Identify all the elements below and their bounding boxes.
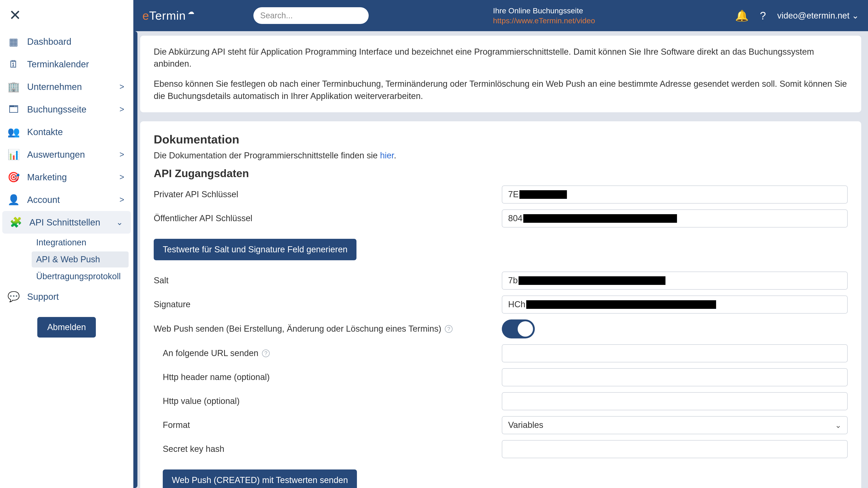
content: Die Abkürzung API steht für Application … <box>133 31 868 488</box>
webpush-toggle[interactable] <box>502 320 535 338</box>
dashboard-icon: ▦ <box>7 35 20 48</box>
signature-prefix: HCh <box>508 300 525 309</box>
generate-testvalues-button[interactable]: Testwerte für Salt und Signature Feld ge… <box>154 239 356 260</box>
row-webpush-toggle: Web Push senden (Bei Erstellung, Änderun… <box>154 320 848 338</box>
sidebar-item-label: Unternehmen <box>27 82 82 92</box>
url-field[interactable] <box>502 344 848 362</box>
secret-field[interactable] <box>502 440 848 458</box>
chevron-right-icon: > <box>117 105 126 114</box>
help-circle-icon[interactable]: ? <box>262 350 270 357</box>
sidebar-item-reports[interactable]: 📊 Auswertungen > <box>0 143 133 166</box>
search-input[interactable]: Search... <box>253 7 369 24</box>
reports-icon: 📊 <box>7 148 20 161</box>
secret-label: Secret key hash <box>163 444 502 454</box>
logout-button[interactable]: Abmelden <box>37 317 96 337</box>
marketing-icon: 🎯 <box>7 170 20 184</box>
cloud-icon: ☁ <box>188 8 195 15</box>
salt-field[interactable]: 7b <box>502 271 848 290</box>
format-value: Variables <box>508 420 544 430</box>
contacts-icon: 👥 <box>7 125 20 139</box>
chevron-down-icon: ⌄ <box>852 11 859 21</box>
webpush-label: Web Push senden (Bei Erstellung, Änderun… <box>154 324 502 334</box>
api-icon: 🧩 <box>9 216 23 229</box>
support-icon: 💬 <box>7 290 20 303</box>
intro-p1: Die Abkürzung API steht für Application … <box>154 46 848 70</box>
signature-field[interactable]: HCh <box>502 295 848 314</box>
salt-label: Salt <box>154 275 502 285</box>
subitem-integrations[interactable]: Integrationen <box>32 234 129 251</box>
row-header-value: Http value (optional) <box>154 392 848 410</box>
public-key-field[interactable]: 804 <box>502 209 848 228</box>
row-header-name: Http header name (optional) <box>154 368 848 386</box>
doc-link[interactable]: hier <box>380 151 394 160</box>
row-secret: Secret key hash <box>154 440 848 458</box>
header-value-label: Http value (optional) <box>163 396 502 406</box>
sidebar-item-calendar[interactable]: 🗓 Terminkalender <box>0 53 133 75</box>
sidebar: ✕ ▦ Dashboard 🗓 Terminkalender 🏢 Unterne… <box>0 0 133 488</box>
sidebar-item-bookingpage[interactable]: 🗔 Buchungsseite > <box>0 98 133 121</box>
row-signature: Signature HCh <box>154 295 848 314</box>
send-webpush-button[interactable]: Web Push (CREATED) mit Testwerten senden <box>163 469 357 488</box>
header-name-field[interactable] <box>502 368 848 386</box>
sidebar-item-marketing[interactable]: 🎯 Marketing > <box>0 166 133 188</box>
chevron-right-icon: > <box>117 195 126 204</box>
url-label: An folgende URL senden ? <box>163 348 502 358</box>
sidebar-item-dashboard[interactable]: ▦ Dashboard <box>0 30 133 53</box>
user-email: video@etermin.net <box>777 11 849 21</box>
sidebar-item-label: Buchungsseite <box>27 104 86 115</box>
subitem-transferlog[interactable]: Übertragungsprotokoll <box>32 268 129 285</box>
redacted-block <box>520 190 567 199</box>
account-icon: 👤 <box>7 193 20 206</box>
intro-panel: Die Abkürzung API steht für Application … <box>140 36 861 112</box>
chevron-right-icon: > <box>117 82 126 92</box>
sidebar-item-account[interactable]: 👤 Account > <box>0 188 133 211</box>
main: eTermin☁ Search... Ihre Online Buchungss… <box>133 0 868 488</box>
header-name-label: Http header name (optional) <box>163 372 502 382</box>
api-panel: Dokumentation Die Dokumentation der Prog… <box>140 121 861 488</box>
public-key-prefix: 804 <box>508 214 522 223</box>
subitem-api-webpush[interactable]: API & Web Push <box>32 252 129 267</box>
format-label: Format <box>163 420 502 430</box>
format-select[interactable]: Variables ⌄ <box>502 416 848 434</box>
help-icon[interactable]: ? <box>760 9 766 22</box>
sidebar-item-label: Terminkalender <box>27 59 89 69</box>
public-key-label: Öffentlicher API Schlüssel <box>154 214 502 223</box>
sidebar-item-api[interactable]: 🧩 API Schnittstellen ⌄ <box>2 211 131 234</box>
sidebar-item-support[interactable]: 💬 Support <box>0 285 133 308</box>
sidebar-item-label: Account <box>27 195 60 205</box>
booking-label: Ihre Online Buchungsseite <box>493 6 595 15</box>
row-salt: Salt 7b <box>154 271 848 290</box>
redacted-block <box>523 214 677 223</box>
redacted-block <box>519 276 665 285</box>
sidebar-item-contacts[interactable]: 👥 Kontakte <box>0 121 133 143</box>
doc-text: Die Dokumentation der Programmierschnitt… <box>154 151 848 160</box>
redacted-block <box>526 300 716 309</box>
calendar-icon: 🗓 <box>7 57 20 71</box>
booking-url-link[interactable]: https://www.eTermin.net/video <box>493 15 595 26</box>
help-circle-icon[interactable]: ? <box>445 325 453 333</box>
bell-icon[interactable]: 🔔 <box>735 9 749 22</box>
row-public-key: Öffentlicher API Schlüssel 804 <box>154 209 848 228</box>
private-key-field[interactable]: 7E <box>502 186 848 203</box>
doc-text-prefix: Die Dokumentation der Programmierschnitt… <box>154 151 380 160</box>
sidebar-item-label: Kontakte <box>27 127 63 137</box>
intro-p2: Ebenso können Sie festlegen ob nach eine… <box>154 78 848 102</box>
close-icon[interactable]: ✕ <box>9 7 23 24</box>
sidebar-item-company[interactable]: 🏢 Unternehmen > <box>0 75 133 98</box>
doc-text-suffix: . <box>394 151 396 160</box>
logo-rest: Termin <box>149 9 186 22</box>
signature-label: Signature <box>154 300 502 309</box>
sidebar-item-label: Auswertungen <box>27 150 85 160</box>
toggle-knob <box>518 321 533 337</box>
user-menu[interactable]: video@etermin.net ⌄ <box>777 11 859 21</box>
sidebar-item-label: Marketing <box>27 172 67 182</box>
search-placeholder: Search... <box>260 11 293 20</box>
sidebar-item-label: API Schnittstellen <box>29 217 100 228</box>
bookingpage-icon: 🗔 <box>7 103 20 116</box>
logo-e: e <box>143 9 149 22</box>
logo: eTermin☁ <box>143 9 195 22</box>
chevron-right-icon: > <box>117 150 126 159</box>
header-value-field[interactable] <box>502 392 848 410</box>
salt-prefix: 7b <box>508 275 518 285</box>
row-private-key: Privater API Schlüssel 7E <box>154 186 848 203</box>
